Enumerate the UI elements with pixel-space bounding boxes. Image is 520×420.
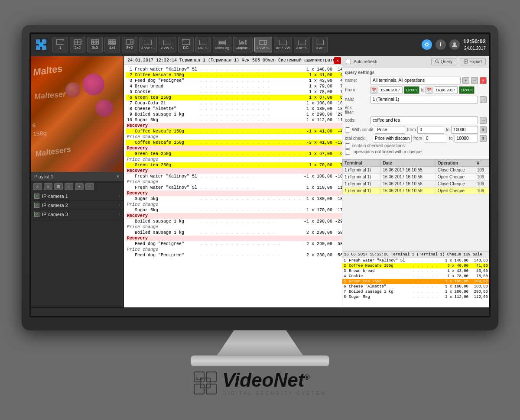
mr-row-1: 1 Fresh water "Kalinov" 5l . . . . . . 1…: [342, 258, 489, 263]
playlist-label: Playlist 1: [34, 174, 114, 179]
qs-goods-btn[interactable]: ···: [480, 117, 487, 124]
qs-name-add-btn[interactable]: +: [462, 77, 469, 84]
price-from-input[interactable]: [417, 126, 444, 134]
date-to-input[interactable]: [434, 86, 458, 94]
camera-1-checkbox[interactable]: ✓: [34, 194, 39, 199]
view-2vw2-label: 2 VW +..: [161, 46, 174, 50]
view-8plus2[interactable]: 8+2: [122, 37, 137, 52]
not-linked-checkbox[interactable]: [345, 149, 350, 155]
qs-name-minus-btn[interactable]: −: [471, 77, 478, 84]
export-button[interactable]: Export: [460, 58, 486, 65]
camera-2-arrow: ›: [119, 203, 120, 207]
mr-row-5: 5 Green tea 250g . . . . . . 1 x 108,00 …: [342, 279, 489, 284]
view-dcplus[interactable]: DC +..: [195, 37, 211, 52]
qs-name-del-btn[interactable]: ✕: [480, 77, 487, 84]
receipt-row-6: 6 Green tea 250g . . . . . . . . . . . .…: [126, 95, 342, 100]
qs-contain-row: contain checked operations:: [345, 143, 487, 149]
total-range-spin[interactable]: ⬆: [480, 135, 487, 142]
eventlog-icon: [218, 40, 226, 45]
op-row-11: Feed dog "Pedigree" . . . . . . . . . . …: [126, 241, 342, 247]
to-label-3: to: [449, 136, 452, 141]
playlist-check-btn[interactable]: ✓: [33, 183, 42, 190]
view-3x3[interactable]: 3x3: [87, 37, 103, 52]
settings-icon[interactable]: [422, 39, 432, 50]
playlist-grid-btn[interactable]: ⊞: [54, 183, 63, 190]
calendar-from-icon[interactable]: 📅: [370, 87, 377, 94]
price-range-spin[interactable]: ⬆: [480, 126, 487, 133]
close-button[interactable]: ✕: [334, 57, 341, 64]
apvw-icon: [279, 40, 287, 45]
svg-point-6: [453, 42, 456, 45]
view-eventlog[interactable]: Event log: [213, 37, 231, 52]
auto-refresh-checkbox[interactable]: [346, 59, 351, 64]
receipt-row-3: 3 Feed dog "Pedigree" . . . . . . . . . …: [126, 78, 342, 84]
view-4x4[interactable]: 4x4: [104, 37, 120, 52]
camera-item-2[interactable]: ✓ IP-camera 2 ›: [31, 201, 124, 210]
playlist-sort-btn[interactable]: ↕: [65, 183, 73, 190]
view-2x2[interactable]: 2x2: [70, 37, 85, 52]
playlist-bar[interactable]: Playlist 1 ▼: [31, 172, 124, 181]
ops-operation-2: Open Cheque: [436, 173, 475, 180]
user-icon[interactable]: [449, 39, 460, 50]
monitor-body: 1 2x2: [22, 25, 498, 330]
view-4ap[interactable]: 4 AP: [312, 37, 328, 52]
monitor-stand: [217, 330, 303, 356]
section-recovery-6: Recovery: [126, 236, 342, 241]
mr-row-8: 8 Sugar 5kg . . . . . . 1 x 112,00 112,0…: [342, 294, 489, 300]
receipt-row-8: 8 Cheese "Almette" . . . . . . . . . . .…: [126, 106, 342, 112]
ops-num-3: 109: [475, 180, 489, 187]
svg-rect-12: [194, 372, 204, 382]
col-date: Date: [381, 159, 436, 166]
qs-goods-input-row: oods: ···: [345, 116, 487, 124]
op-row-10: Boiled sausage 1 kg . . . . . . . . . . …: [126, 230, 342, 236]
view-1x1[interactable]: 1: [52, 37, 68, 52]
total-from-input[interactable]: [424, 135, 447, 142]
ops-row-4[interactable]: 1 (Terminal 1) 16.06.2017 16:10:59 Open …: [343, 187, 489, 194]
price-to-input[interactable]: [451, 126, 478, 134]
qs-terminals-btn[interactable]: ···: [480, 96, 487, 103]
camera-item-3[interactable]: ✓ IP-camera 3 ›: [31, 210, 124, 219]
section-pricechange-3: Price change: [126, 179, 342, 185]
qs-goods-row: eck filter:: [345, 105, 487, 115]
view-2vw2[interactable]: 2 VW +..: [159, 37, 176, 52]
mini-receipt: 16.06.2017 15:52:06 Terminal 1 (Terminal…: [342, 251, 489, 307]
taskbar-right: i 12:50:02 24.01.2017: [422, 38, 486, 52]
ops-row-2[interactable]: 1 (Terminal 1) 16.06.2017 16:10:56 Open …: [343, 173, 489, 180]
camera-3-checkbox[interactable]: ✓: [34, 212, 39, 217]
playlist-add-btn[interactable]: +: [75, 183, 84, 190]
brand-overlay-4: 158g: [32, 129, 47, 137]
brand-name: VideoNet®: [222, 371, 326, 390]
view-1vw[interactable]: 1 VW +..: [254, 37, 272, 52]
date-from-input[interactable]: [379, 86, 403, 94]
time-to-input[interactable]: [459, 86, 474, 94]
total-to-input[interactable]: [455, 135, 478, 142]
camera-item-1[interactable]: ✓ IP-camera 1 ›: [31, 192, 124, 201]
view-2ap[interactable]: 2 AP +..: [294, 37, 310, 52]
playlist-remove-btn[interactable]: −: [85, 183, 94, 190]
with-condit-checkbox[interactable]: [345, 127, 350, 132]
left-panel: Maltes Malteser s 158g Maltesers Pla: [31, 56, 124, 307]
qs-terminals-input[interactable]: [370, 96, 478, 103]
contain-ops-checkbox[interactable]: [345, 143, 350, 149]
2ap-icon: [298, 40, 306, 45]
query-button[interactable]: Query: [431, 58, 456, 65]
view-dc[interactable]: DC: [178, 37, 194, 52]
total-check-input[interactable]: [373, 135, 412, 142]
section-pricechange-5: Price change: [126, 224, 342, 230]
qs-name-input[interactable]: [370, 77, 461, 84]
calendar-to-icon[interactable]: 📅: [426, 87, 432, 94]
ops-row-1[interactable]: 1 (Terminal 1) 16.06.2017 16:10:55 Close…: [343, 166, 489, 173]
3x3-icon: [91, 39, 99, 45]
camera-2-checkbox[interactable]: ✓: [34, 203, 39, 208]
playlist-list-btn[interactable]: ≡: [44, 183, 52, 190]
view-2vw1[interactable]: 2 VW +..: [139, 37, 157, 52]
price-condition-input[interactable]: [375, 126, 405, 134]
view-4ap-label: 4 AP: [316, 46, 324, 50]
qs-goods-input[interactable]: [370, 116, 478, 124]
view-2vw1-label: 2 VW +..: [141, 46, 155, 50]
time-from-input[interactable]: [404, 86, 419, 94]
info-icon[interactable]: i: [436, 39, 446, 50]
view-graphic[interactable]: Graphic...: [233, 37, 253, 52]
view-apvw[interactable]: AP + VW: [274, 37, 292, 52]
ops-row-3[interactable]: 1 (Terminal 1) 16.06.2017 16:10:58 Close…: [343, 180, 489, 187]
